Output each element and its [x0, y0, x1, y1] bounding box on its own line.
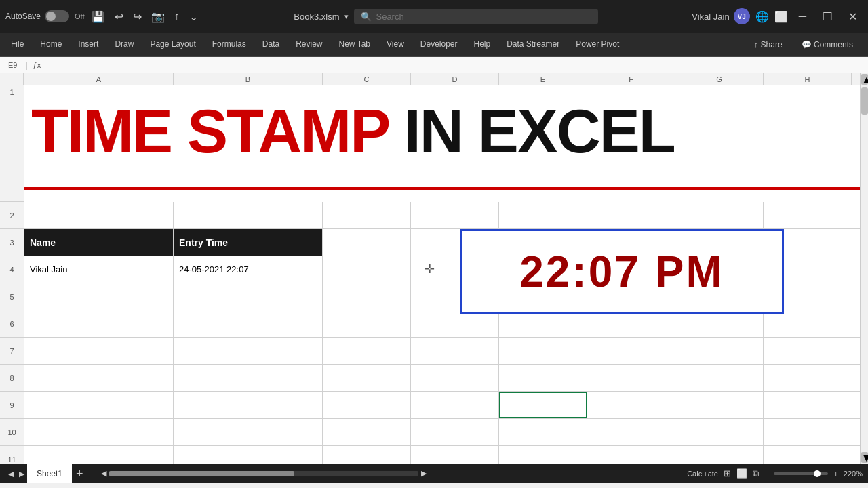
cell-b6[interactable] [174, 310, 323, 337]
cell-c11[interactable] [323, 446, 411, 464]
tab-page-layout[interactable]: Page Layout [142, 33, 203, 56]
comments-button[interactable]: 💬 Comments [795, 37, 860, 52]
h-scroll-left-icon[interactable]: ◀ [101, 469, 106, 478]
page-break-icon[interactable]: ⧉ [753, 468, 759, 479]
formula-input[interactable] [43, 60, 865, 70]
save-icon[interactable]: 💾 [89, 9, 108, 24]
v-scrollbar-down[interactable]: ▼ [861, 452, 868, 463]
more-icon[interactable]: ⌄ [186, 9, 201, 24]
globe-icon[interactable]: 🌐 [755, 10, 769, 23]
file-name[interactable]: Book3.xlsm [294, 12, 339, 22]
cell-a8[interactable] [24, 365, 174, 391]
cell-c5[interactable] [323, 283, 411, 310]
cell-g8[interactable] [675, 365, 764, 391]
function-btn[interactable]: ƒx [31, 61, 44, 69]
cell-a4-name[interactable]: Vikal Jain [24, 256, 174, 283]
cell-f7[interactable] [587, 338, 675, 364]
page-view-icon[interactable]: ⬜ [736, 468, 747, 479]
tab-developer[interactable]: Developer [412, 33, 466, 56]
camera-icon[interactable]: 📷 [149, 9, 167, 24]
tab-file[interactable]: File [3, 33, 32, 56]
tab-new-tab[interactable]: New Tab [331, 33, 378, 56]
h-scrollbar-thumb[interactable] [109, 471, 295, 476]
cell-g10[interactable] [675, 419, 764, 445]
tab-draw[interactable]: Draw [106, 33, 142, 56]
cell-h7[interactable] [764, 338, 860, 364]
cell-e10[interactable] [499, 419, 587, 445]
search-bar[interactable]: 🔍 [354, 9, 598, 24]
cell-f11[interactable] [587, 446, 675, 464]
restore-button[interactable]: ❐ [817, 10, 837, 23]
v-scrollbar-up[interactable]: ▲ [861, 74, 868, 85]
cell-h8[interactable] [764, 365, 860, 391]
cell-e2[interactable] [499, 202, 587, 228]
tab-insert[interactable]: Insert [70, 33, 106, 56]
cell-c8[interactable] [323, 365, 411, 391]
cell-c3[interactable] [323, 229, 411, 256]
cell-a5[interactable] [24, 283, 174, 310]
cell-g7[interactable] [675, 338, 764, 364]
cell-b10[interactable] [174, 419, 323, 445]
cell-f8[interactable] [587, 365, 675, 391]
cell-g9[interactable] [675, 392, 764, 418]
cell-b2[interactable] [174, 202, 323, 228]
cell-g2[interactable] [675, 202, 764, 228]
cell-c6[interactable] [323, 310, 411, 337]
zoom-level[interactable]: 220% [844, 470, 863, 478]
cell-c4[interactable] [323, 256, 411, 283]
cell-b5[interactable] [174, 283, 323, 310]
cell-f10[interactable] [587, 419, 675, 445]
cell-e11[interactable] [499, 446, 587, 464]
cell-b3-time-header[interactable]: Entry Time [174, 229, 323, 256]
cell-e8[interactable] [499, 365, 587, 391]
share-button[interactable]: ↑ Share [747, 37, 789, 52]
cell-f9[interactable] [587, 392, 675, 418]
cell-d8[interactable] [411, 365, 499, 391]
cell-b7[interactable] [174, 338, 323, 364]
cell-a10[interactable] [24, 419, 174, 445]
cell-h9[interactable] [764, 392, 860, 418]
sheet-tab-scroll-left[interactable]: ◀ [5, 464, 16, 483]
close-button[interactable]: ✕ [843, 10, 863, 23]
cell-f2[interactable] [587, 202, 675, 228]
sheet-tab-sheet1[interactable]: Sheet1 [27, 464, 72, 483]
cell-g11[interactable] [675, 446, 764, 464]
cell-b9[interactable] [174, 392, 323, 418]
tab-data[interactable]: Data [254, 33, 288, 56]
ribbon-toggle-icon[interactable]: ⬜ [774, 10, 788, 23]
cell-d9[interactable] [411, 392, 499, 418]
search-input[interactable] [376, 12, 591, 22]
cell-e7[interactable] [499, 338, 587, 364]
cell-a2[interactable] [24, 202, 174, 228]
tab-view[interactable]: View [378, 33, 412, 56]
tab-help[interactable]: Help [466, 33, 499, 56]
zoom-plus[interactable]: + [833, 470, 837, 478]
minimize-button[interactable]: ─ [793, 10, 812, 22]
tab-power-pivot[interactable]: Power Pivot [568, 33, 627, 56]
zoom-slider-knob[interactable] [814, 470, 821, 477]
cell-d11[interactable] [411, 446, 499, 464]
cell-a6[interactable] [24, 310, 174, 337]
undo-icon[interactable]: ↩ [112, 9, 126, 24]
sheet-tab-scroll-right[interactable]: ▶ [16, 464, 27, 483]
cell-a7[interactable] [24, 338, 174, 364]
cell-h11[interactable] [764, 446, 860, 464]
cell-b11[interactable] [174, 446, 323, 464]
share-icon[interactable]: ↑ [172, 9, 182, 24]
tab-formulas[interactable]: Formulas [204, 33, 254, 56]
cell-c7[interactable] [323, 338, 411, 364]
file-dropdown[interactable]: ▾ [344, 12, 349, 21]
cell-d7[interactable] [411, 338, 499, 364]
add-sheet-button[interactable]: + [72, 464, 87, 483]
cell-b8[interactable] [174, 365, 323, 391]
cell-c9[interactable] [323, 392, 411, 418]
cell-h10[interactable] [764, 419, 860, 445]
h-scrollbar[interactable]: ◀ ▶ [101, 469, 427, 478]
cell-d2[interactable] [411, 202, 499, 228]
cell-a9[interactable] [24, 392, 174, 418]
v-scrollbar[interactable]: ▲ ▼ [860, 73, 868, 464]
cell-a11[interactable] [24, 446, 174, 464]
tab-home[interactable]: Home [32, 33, 70, 56]
zoom-minus[interactable]: − [764, 470, 768, 478]
cell-c2[interactable] [323, 202, 411, 228]
